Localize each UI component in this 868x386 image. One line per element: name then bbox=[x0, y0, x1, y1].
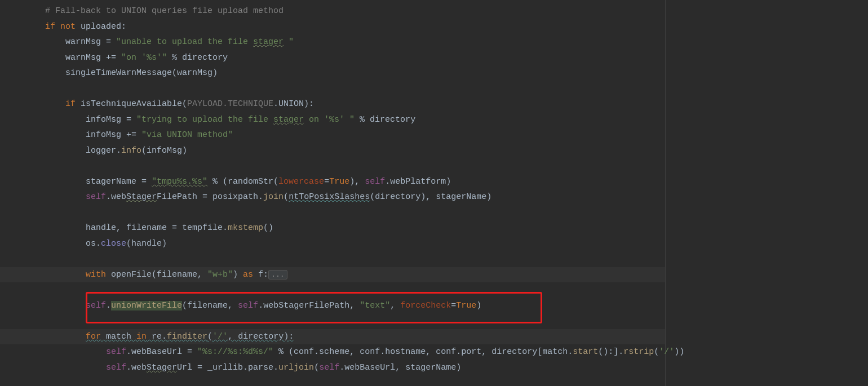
text: % directory bbox=[355, 115, 415, 125]
fold-indicator[interactable]: ... bbox=[268, 270, 287, 279]
text: Url = _urllib.parse. bbox=[177, 363, 278, 372]
code-line[interactable]: os.close(handle) bbox=[0, 236, 665, 252]
kw-true: True bbox=[329, 177, 349, 187]
kw-with: with bbox=[86, 270, 106, 279]
self: self bbox=[106, 347, 126, 357]
text: stagerName = bbox=[86, 177, 152, 187]
code-line[interactable]: infoMsg += "via UNION method" bbox=[0, 127, 665, 143]
blank-line[interactable] bbox=[0, 313, 665, 329]
kw-if: if bbox=[45, 22, 55, 32]
code-line[interactable]: singleTimeWarnMessage(warnMsg) bbox=[0, 65, 665, 81]
string: "%s://%s:%d%s/" bbox=[197, 347, 273, 357]
text: ( bbox=[284, 192, 289, 202]
text: .webBaseUrl, stagerName) bbox=[339, 363, 461, 372]
text: .webBaseUrl = bbox=[126, 347, 197, 357]
const: PAYLOAD.TECHNIQUE bbox=[187, 99, 273, 109]
string: "text" bbox=[360, 301, 390, 310]
param: forceCheck bbox=[400, 301, 451, 310]
text: uploaded: bbox=[76, 22, 126, 32]
code-line[interactable]: if isTechniqueAvailable(PAYLOAD.TECHNIQU… bbox=[0, 96, 665, 112]
text: = bbox=[324, 177, 329, 187]
string: "via UNION method" bbox=[141, 130, 233, 140]
kw-in: in bbox=[136, 332, 147, 341]
func: start bbox=[573, 347, 598, 357]
func: join bbox=[263, 192, 284, 202]
blank-line[interactable] bbox=[0, 251, 665, 267]
self: self bbox=[86, 192, 106, 202]
blank-line[interactable] bbox=[0, 81, 665, 97]
text: (filename, bbox=[182, 301, 238, 310]
func: rstrip bbox=[623, 347, 654, 357]
func: mkstemp bbox=[228, 223, 263, 233]
text: openFile(filename, bbox=[106, 270, 207, 279]
string: " bbox=[284, 37, 294, 47]
editor-wrap: # Fall-back to UNION queries file upload… bbox=[0, 0, 868, 386]
text: infoMsg = bbox=[86, 115, 136, 125]
string: '/' bbox=[212, 332, 228, 341]
text: ( bbox=[207, 332, 212, 341]
text: logger. bbox=[86, 146, 121, 156]
text: () bbox=[263, 223, 273, 233]
text: Stager bbox=[126, 192, 157, 202]
kw-true: True bbox=[456, 301, 476, 310]
text: = bbox=[451, 301, 456, 310]
blank-line[interactable] bbox=[0, 282, 665, 298]
code-line[interactable]: # Fall-back to UNION queries file upload… bbox=[0, 3, 665, 19]
text: , directory): bbox=[228, 332, 294, 341]
code-line-highlighted[interactable]: self.unionWriteFile(filename, self.webSt… bbox=[0, 298, 665, 314]
string: on '%s' " bbox=[304, 115, 355, 125]
text: os. bbox=[86, 239, 101, 249]
text: % (randomStr( bbox=[207, 177, 278, 187]
text: Stager bbox=[147, 363, 177, 372]
string-typo: stager bbox=[253, 37, 284, 47]
text: , bbox=[390, 301, 400, 310]
kw-as: as bbox=[243, 270, 253, 279]
kw-not: not bbox=[60, 22, 76, 32]
text: match bbox=[101, 332, 136, 341]
text: singleTimeWarnMessage(warnMsg) bbox=[65, 68, 218, 78]
text: .UNION): bbox=[273, 99, 314, 109]
self: self bbox=[106, 363, 126, 372]
func-highlighted: unionWriteFile bbox=[111, 301, 182, 310]
text: )) bbox=[674, 347, 684, 357]
string: "trying to upload the file bbox=[136, 115, 273, 125]
code-line[interactable]: stagerName = "tmpu%s.%s" % (randomStr(lo… bbox=[0, 174, 665, 190]
text: (handle) bbox=[126, 239, 167, 249]
text: ) bbox=[476, 301, 481, 310]
blank-line[interactable] bbox=[0, 205, 665, 221]
text: ():]. bbox=[598, 347, 623, 357]
kw-for: for bbox=[86, 332, 101, 341]
right-margin-guide bbox=[665, 0, 666, 386]
blank-line[interactable] bbox=[0, 158, 665, 174]
code-line[interactable]: warnMsg += "on '%s'" % directory bbox=[0, 50, 665, 66]
text: % directory bbox=[167, 53, 228, 63]
code-line[interactable]: self.webStagerUrl = _urllib.parse.urljoi… bbox=[0, 360, 665, 376]
code-line[interactable]: warnMsg = "unable to upload the file sta… bbox=[0, 34, 665, 50]
string: "unable to upload the file bbox=[116, 37, 253, 47]
func: urljoin bbox=[278, 363, 314, 372]
string-typo: stager bbox=[273, 115, 304, 125]
text: (infoMsg) bbox=[141, 146, 187, 156]
code-area[interactable]: # Fall-back to UNION queries file upload… bbox=[0, 0, 665, 386]
code-line[interactable]: self.webBaseUrl = "%s://%s:%d%s/" % (con… bbox=[0, 344, 665, 360]
code-line[interactable]: infoMsg = "trying to upload the file sta… bbox=[0, 112, 665, 128]
code-line[interactable]: self.webStagerFilePath = posixpath.join(… bbox=[0, 189, 665, 205]
text: ( bbox=[654, 347, 659, 357]
text: % (conf.scheme, conf.hostname, conf.port… bbox=[273, 347, 573, 357]
string: "w+b" bbox=[207, 270, 233, 279]
comment: # Fall-back to UNION queries file upload… bbox=[45, 6, 284, 16]
code-line[interactable]: for match in re.finditer('/', directory)… bbox=[0, 329, 665, 345]
text: ) bbox=[233, 270, 243, 279]
code-line[interactable]: handle, filename = tempfile.mkstemp() bbox=[0, 220, 665, 236]
code-line[interactable]: if not uploaded: bbox=[0, 19, 665, 35]
text: .web bbox=[106, 192, 126, 202]
text: ), bbox=[349, 177, 365, 187]
builtin: close bbox=[101, 239, 126, 249]
text: (directory), stagerName) bbox=[370, 192, 491, 202]
text: .webPlatform) bbox=[385, 177, 451, 187]
text: infoMsg += bbox=[86, 130, 141, 140]
code-line-folded[interactable]: with openFile(filename, "w+b") as f:... bbox=[0, 267, 665, 283]
code-line[interactable]: logger.info(infoMsg) bbox=[0, 143, 665, 159]
text: handle, filename = tempfile. bbox=[86, 223, 228, 233]
text: FilePath = posixpath. bbox=[157, 192, 263, 202]
